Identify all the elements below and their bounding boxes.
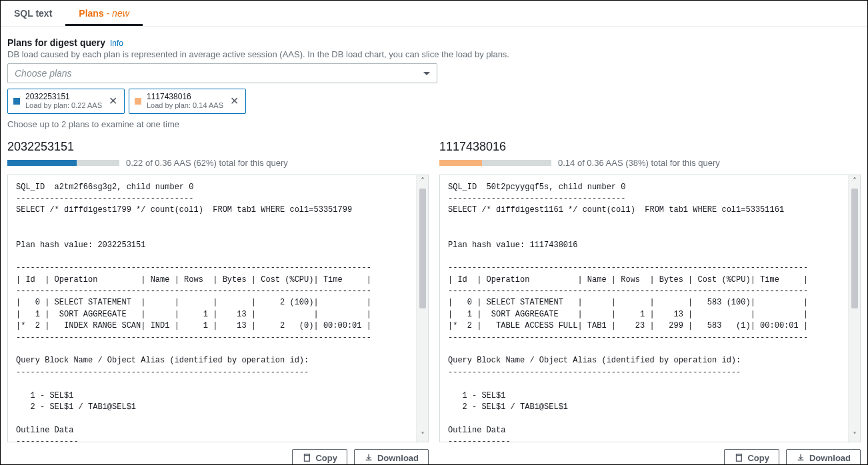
copy-button[interactable]: Copy [292,449,347,465]
svg-rect-1 [737,456,742,462]
copy-button[interactable]: Copy [724,449,779,465]
download-icon [364,453,373,462]
plan-select-wrap: Choose plans [7,63,437,83]
load-bar-fill [7,160,77,166]
info-link[interactable]: Info [110,39,123,48]
tab-plans-label: Plans [79,8,103,19]
copy-icon [302,453,311,462]
plan-chip-0: 2032253151 Load by plan: 0.22 AAS ✕ [7,89,125,114]
copy-button-label: Copy [747,453,769,463]
tab-plans[interactable]: Plans - new [65,1,142,26]
plan-select-hint: Choose up to 2 plans to examine at one t… [7,119,861,129]
plan-chip-swatch [135,98,141,105]
section-title: Plans for digest query [7,37,105,48]
plan-id: 2032253151 [7,140,429,154]
plan-chip-text: 1117438016 Load by plan: 0.14 AAS [147,92,223,111]
scrollbar[interactable]: ˄ ˅ [416,175,428,442]
plan-chip-swatch [13,98,20,105]
copy-button-label: Copy [315,453,337,463]
download-icon [796,453,805,462]
tab-plans-new-tag: - new [104,8,129,19]
plan-chip-load: Load by plan: 0.14 AAS [147,101,223,110]
scroll-up-icon[interactable]: ˄ [421,175,425,187]
download-button-label: Download [809,453,851,463]
scroll-thumb[interactable] [851,189,858,308]
download-button-label: Download [377,453,419,463]
plan-actions: Copy Download [7,449,429,465]
load-bar-row: 0.14 of 0.36 AAS (38%) total for this qu… [439,158,861,168]
scroll-down-icon[interactable]: ˅ [421,430,425,442]
close-icon[interactable]: ✕ [229,96,240,107]
tabs-bar: SQL text Plans - new [1,1,867,27]
scrollbar[interactable]: ˄ ˅ [848,175,860,442]
copy-icon [734,453,743,462]
plan-actions: Copy Download [439,449,861,465]
plan-code-box: SQL_ID 50t2pcyygqf5s, child number 0 ---… [439,175,861,442]
plans-row: 2032253151 0.22 of 0.36 AAS (62%) total … [7,140,861,465]
plan-chip-1: 1117438016 Load by plan: 0.14 AAS ✕ [129,89,246,114]
chevron-down-icon [423,72,430,75]
scroll-thumb[interactable] [419,189,426,308]
plan-col-1: 1117438016 0.14 of 0.36 AAS (38%) total … [439,140,861,465]
plan-code: SQL_ID 50t2pcyygqf5s, child number 0 ---… [440,175,848,442]
plan-id: 1117438016 [439,140,861,154]
scroll-up-icon[interactable]: ˄ [853,175,857,187]
plan-code-box: SQL_ID a2tm2f66sg3g2, child number 0 ---… [7,175,429,442]
section-header: Plans for digest query Info [7,37,861,48]
plan-select-placeholder: Choose plans [15,68,72,79]
plan-select[interactable]: Choose plans [7,63,437,83]
content-area: Plans for digest query Info DB load caus… [1,27,867,465]
plan-chip-id: 2032253151 [25,92,102,101]
close-icon[interactable]: ✕ [107,96,119,107]
download-button[interactable]: Download [354,449,429,465]
plan-chip-id: 1117438016 [147,92,223,101]
plan-col-0: 2032253151 0.22 of 0.36 AAS (62%) total … [7,140,429,465]
plan-code: SQL_ID a2tm2f66sg3g2, child number 0 ---… [8,175,416,442]
scroll-down-icon[interactable]: ˅ [853,430,857,442]
load-bar-fill [439,160,482,166]
load-bar-row: 0.22 of 0.36 AAS (62%) total for this qu… [7,158,429,168]
selected-plan-chips: 2032253151 Load by plan: 0.22 AAS ✕ 1117… [7,89,861,114]
load-bar-label: 0.22 of 0.36 AAS (62%) total for this qu… [126,158,288,168]
download-button[interactable]: Download [786,449,861,465]
plan-chip-load: Load by plan: 0.22 AAS [25,101,102,110]
tab-sql-text[interactable]: SQL text [1,1,65,26]
plan-chip-text: 2032253151 Load by plan: 0.22 AAS [25,92,102,111]
load-bar [7,160,119,166]
section-description: DB load caused by each plan is represent… [7,49,861,59]
svg-rect-0 [305,456,310,462]
load-bar-label: 0.14 of 0.36 AAS (38%) total for this qu… [558,158,720,168]
load-bar [439,160,551,166]
